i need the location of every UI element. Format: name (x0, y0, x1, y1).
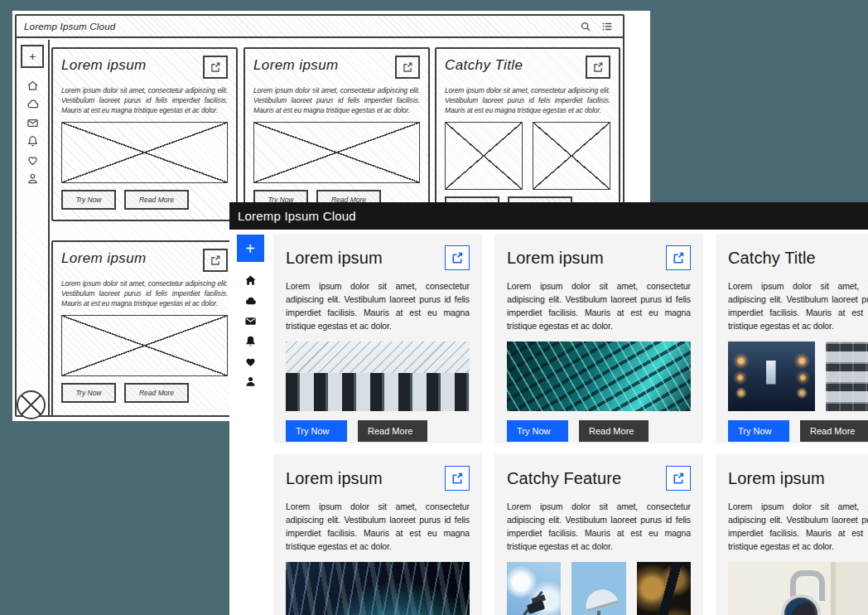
card-title: Lorem ipsum (286, 249, 383, 268)
heart-icon[interactable] (27, 151, 39, 170)
image-placeholder (61, 315, 228, 376)
wireframe-card-text: Lorem ipsum dolor sit amet, consectetur … (61, 278, 228, 308)
card-title: Lorem ipsum (286, 469, 383, 488)
share-icon[interactable] (203, 249, 228, 272)
try-now-button[interactable]: Try Now (728, 420, 789, 442)
app-card: Catchy Feature Lorem ipsum dolor sit ame… (494, 454, 703, 615)
cloud-icon[interactable] (27, 95, 39, 114)
wireframe-titlebar: Loremp Ipsum Cloud (17, 16, 623, 38)
home-icon[interactable] (27, 76, 39, 95)
share-button[interactable] (666, 245, 691, 270)
try-now-button[interactable]: Try Now (507, 420, 568, 442)
wireframe-card: Lorem ipsum Lorem ipsum dolor sit amet, … (244, 47, 430, 221)
image-placeholder (533, 122, 610, 190)
wireframe-card-title: Catchy Title (445, 57, 523, 74)
wireframe-card-text: Lorem ipsum dolor sit amet, consectetur … (61, 85, 228, 115)
card-text: Lorem ipsum dolor sit amet, consectetur … (286, 500, 470, 553)
mail-icon[interactable] (27, 114, 39, 133)
wireframe-card-title: Lorem ipsum (61, 57, 147, 74)
card-text: Lorem ipsum dolor sit amet, consectetur … (728, 279, 868, 332)
share-button[interactable] (666, 466, 691, 491)
bell-icon[interactable] (244, 332, 257, 352)
card-text: Lorem ipsum dolor sit amet, consectetur … (728, 500, 868, 553)
server-corridor-photo (728, 341, 815, 411)
home-icon[interactable] (244, 270, 257, 291)
image-placeholder (253, 122, 420, 183)
patch-panel-photo (826, 341, 868, 411)
share-button[interactable] (445, 466, 470, 491)
crossed-circle-icon (17, 390, 46, 419)
share-icon[interactable] (586, 56, 610, 79)
share-icon[interactable] (203, 56, 228, 79)
try-now-button[interactable]: Try Now (286, 420, 347, 442)
wireframe-card: Lorem ipsum Lorem ipsum dolor sit amet, … (51, 47, 238, 221)
card-text: Lorem ipsum dolor sit amet, consectetur … (507, 279, 691, 332)
wireframe-card: Catchy Title Lorem ipsum dolor sit amet,… (435, 47, 620, 221)
wireframe-add-button[interactable]: + (21, 45, 44, 68)
dish-antenna-photo (571, 562, 625, 615)
card-title: Catchy Feature (507, 469, 621, 488)
app-card: Lorem ipsum Lorem ipsum dolor sit amet, … (494, 234, 703, 443)
wireframe-card-title: Lorem ipsum (61, 250, 147, 267)
app-header: Loremp Ipsum Cloud (229, 202, 868, 230)
satellite-photo (507, 562, 561, 615)
user-icon[interactable] (27, 170, 39, 189)
design-canvas: { "colors": { "background": "#4C6A72", "… (0, 0, 868, 615)
wireframe-card: Lorem ipsum Lorem ipsum dolor sit amet, … (51, 240, 238, 417)
app-card: Catchy Title Lorem ipsum dolor sit amet,… (716, 234, 868, 443)
search-icon[interactable] (580, 21, 591, 32)
circuit-board-photo (507, 341, 691, 411)
read-more-button[interactable]: Read More (800, 420, 868, 442)
padlock-photo (728, 562, 868, 615)
card-text: Lorem ipsum dolor sit amet, consectetur … (507, 500, 691, 553)
user-icon[interactable] (244, 372, 257, 393)
wireframe-card-text: Lorem ipsum dolor sit amet, consectetur … (445, 85, 610, 115)
city-aerial-photo (637, 562, 691, 615)
server-room-photo (286, 341, 470, 411)
card-title: Lorem ipsum (728, 469, 825, 488)
read-more-button[interactable]: Read More (579, 420, 649, 442)
app-window: Loremp Ipsum Cloud + Lorem ipsum Lorem i… (229, 202, 868, 615)
try-now-button[interactable]: Try Now (61, 383, 116, 403)
card-title: Lorem ipsum (507, 249, 604, 268)
app-title: Loremp Ipsum Cloud (238, 209, 356, 223)
image-placeholder (445, 122, 523, 190)
app-card: Lorem ipsum Lorem ipsum dolor sit amet, … (273, 454, 482, 615)
read-more-button[interactable]: Read More (358, 420, 427, 442)
wireframe-window-title: Loremp Ipsum Cloud (24, 22, 570, 31)
app-card: Lorem ipsum Lorem ipsum dolor sit amet, … (716, 454, 868, 615)
wireframe-card-text: Lorem ipsum dolor sit amet, consectetur … (253, 85, 420, 115)
share-button[interactable] (445, 245, 470, 270)
read-more-button[interactable]: Read More (124, 190, 189, 210)
card-text: Lorem ipsum dolor sit amet, consectetur … (286, 279, 470, 332)
wireframe-sidebar: + (17, 40, 50, 415)
read-more-button[interactable]: Read More (124, 383, 189, 403)
heart-icon[interactable] (244, 351, 257, 372)
image-placeholder (61, 122, 228, 183)
add-button[interactable]: + (237, 235, 264, 262)
wireframe-card-title: Lorem ipsum (253, 57, 339, 74)
bell-icon[interactable] (27, 133, 39, 152)
mail-icon[interactable] (244, 311, 257, 332)
cloud-icon[interactable] (244, 291, 257, 312)
app-sidebar: + (229, 230, 271, 615)
try-now-button[interactable]: Try Now (61, 190, 116, 210)
keyboard-lights-photo (286, 562, 470, 615)
app-card: Lorem ipsum Lorem ipsum dolor sit amet, … (273, 234, 482, 443)
share-icon[interactable] (395, 56, 420, 79)
list-menu-icon[interactable] (601, 21, 613, 32)
card-title: Catchy Title (728, 249, 816, 268)
